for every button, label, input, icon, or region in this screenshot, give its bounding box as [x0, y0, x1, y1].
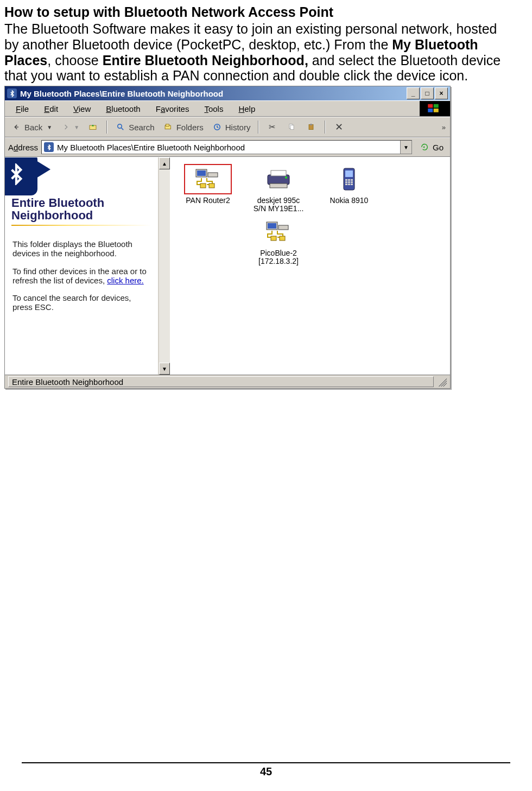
- doc-para-text-2: , choose: [47, 53, 102, 68]
- back-button[interactable]: Back ▼: [8, 121, 54, 134]
- device-label: Nokia 8910: [316, 197, 382, 205]
- menu-file[interactable]: File: [8, 102, 36, 116]
- folders-button[interactable]: Folders: [160, 121, 206, 134]
- explorer-window: My Bluetooth Places\Entire Bluetooth Nei…: [4, 86, 451, 389]
- maximize-button[interactable]: □: [421, 87, 434, 99]
- up-folder-icon: [87, 122, 99, 132]
- toolbar-separator: [325, 121, 325, 134]
- folders-icon: [162, 122, 174, 132]
- svg-rect-34: [268, 223, 276, 229]
- size-grip-icon[interactable]: [436, 377, 447, 387]
- device-nokia[interactable]: Nokia 8910: [316, 164, 382, 213]
- menu-bluetooth[interactable]: Bluetooth: [98, 102, 148, 116]
- address-value: My Bluetooth Places\Entire Bluetooth Nei…: [57, 143, 245, 152]
- svg-rect-31: [348, 183, 350, 185]
- info-panel-divider: [11, 225, 151, 226]
- forward-arrow-icon: [60, 122, 72, 132]
- address-field[interactable]: My Bluetooth Places\Entire Bluetooth Nei…: [41, 140, 412, 154]
- svg-rect-23: [345, 170, 353, 177]
- back-label: Back: [24, 123, 42, 132]
- svg-rect-26: [351, 179, 353, 181]
- toolbar-separator: [258, 121, 258, 134]
- doc-paragraph: The Bluetooth Software makes it easy to …: [4, 21, 510, 84]
- toolbar-separator: [106, 121, 107, 134]
- info-panel-p3: To cancel the search for devices, press …: [12, 293, 150, 312]
- svg-rect-25: [348, 179, 350, 181]
- device-list-view[interactable]: PAN Router2 deskjet 995c: [170, 157, 450, 375]
- scrollbar[interactable]: ▲ ▼: [159, 157, 170, 375]
- menu-edit[interactable]: Edit: [36, 102, 66, 116]
- copy-button[interactable]: [283, 121, 300, 134]
- svg-rect-7: [166, 124, 169, 126]
- toolbar: Back ▼ ▼ Search Folders History: [5, 117, 450, 137]
- minimize-button[interactable]: _: [407, 87, 420, 99]
- device-deskjet[interactable]: deskjet 995c S/N MY19E1...: [246, 164, 311, 213]
- device-label: deskjet 995c S/N MY19E1...: [246, 197, 311, 213]
- svg-rect-3: [434, 109, 439, 112]
- toolbar-overflow-icon[interactable]: »: [442, 123, 446, 131]
- svg-rect-37: [280, 236, 285, 241]
- go-button[interactable]: Go: [415, 142, 447, 153]
- scroll-down-button[interactable]: ▼: [159, 363, 170, 375]
- scroll-up-button[interactable]: ▲: [159, 157, 170, 169]
- svg-rect-16: [200, 183, 206, 188]
- svg-rect-1: [434, 104, 439, 108]
- menu-view[interactable]: View: [66, 102, 98, 116]
- svg-rect-32: [351, 183, 353, 185]
- pan-device-icon: [255, 217, 302, 247]
- client-area: Entire Bluetooth Neighborhood This folde…: [5, 157, 450, 375]
- menu-favorites[interactable]: Favorites: [148, 102, 197, 116]
- title-bar[interactable]: My Bluetooth Places\Entire Bluetooth Nei…: [5, 86, 450, 100]
- menu-tools[interactable]: Tools: [197, 102, 231, 116]
- svg-point-5: [118, 124, 122, 129]
- info-panel-title: Entire Bluetooth Neighborhood: [5, 193, 158, 222]
- phone-icon: [325, 164, 373, 194]
- back-arrow-icon: [10, 122, 22, 132]
- forward-dropdown-icon[interactable]: ▼: [74, 124, 79, 130]
- window-title: My Bluetooth Places\Entire Bluetooth Nei…: [20, 89, 407, 98]
- up-button[interactable]: [85, 121, 101, 134]
- device-label: PicoBlue-2 [172.18.3.2]: [246, 249, 311, 266]
- doc-para-bold-2: Entire Bluetooth Neighborhood,: [103, 53, 308, 68]
- svg-rect-10: [290, 125, 294, 130]
- device-pan-router2[interactable]: PAN Router2: [175, 164, 240, 213]
- address-dropdown-icon[interactable]: ▼: [400, 141, 411, 154]
- svg-rect-12: [310, 124, 312, 125]
- bluetooth-large-icon: [5, 157, 37, 195]
- delete-button[interactable]: ✕: [331, 121, 347, 134]
- svg-rect-35: [278, 225, 288, 230]
- scroll-track[interactable]: [159, 169, 170, 363]
- svg-rect-28: [348, 181, 350, 183]
- svg-rect-30: [345, 183, 347, 185]
- back-dropdown-icon[interactable]: ▼: [47, 124, 52, 130]
- svg-rect-24: [345, 179, 347, 181]
- address-label: Address: [8, 143, 38, 152]
- info-panel-p1: This folder displays the Bluetooth devic…: [12, 239, 150, 258]
- device-label: PAN Router2: [175, 197, 240, 205]
- doc-heading: How to setup with Bluetooth Network Acce…: [4, 4, 510, 20]
- click-here-link[interactable]: click here.: [107, 276, 144, 285]
- device-picoblue[interactable]: PicoBlue-2 [172.18.3.2]: [246, 217, 311, 266]
- status-bar: Entire Bluetooth Neighborhood: [5, 375, 450, 388]
- cut-button[interactable]: ✂: [264, 121, 280, 134]
- svg-rect-19: [271, 170, 286, 176]
- svg-point-21: [285, 176, 287, 179]
- svg-rect-36: [271, 236, 276, 241]
- go-label: Go: [433, 143, 444, 152]
- page-number: 45: [22, 762, 510, 778]
- history-button[interactable]: History: [209, 121, 253, 134]
- bluetooth-icon: [7, 88, 17, 98]
- forward-button[interactable]: ▼: [58, 121, 81, 134]
- history-label: History: [225, 123, 251, 132]
- menu-help[interactable]: Help: [231, 102, 263, 116]
- close-button[interactable]: ×: [435, 87, 448, 99]
- status-text: Entire Bluetooth Neighborhood: [8, 376, 434, 387]
- search-label: Search: [129, 123, 155, 132]
- svg-rect-29: [351, 181, 353, 183]
- search-button[interactable]: Search: [112, 121, 157, 134]
- windows-flag-icon[interactable]: [420, 101, 450, 116]
- address-bar: Address My Bluetooth Places\Entire Bluet…: [5, 137, 450, 157]
- info-panel-p2: To find other devices in the area or to …: [12, 267, 150, 286]
- go-arrow-icon: [419, 142, 430, 153]
- paste-button[interactable]: [303, 121, 319, 134]
